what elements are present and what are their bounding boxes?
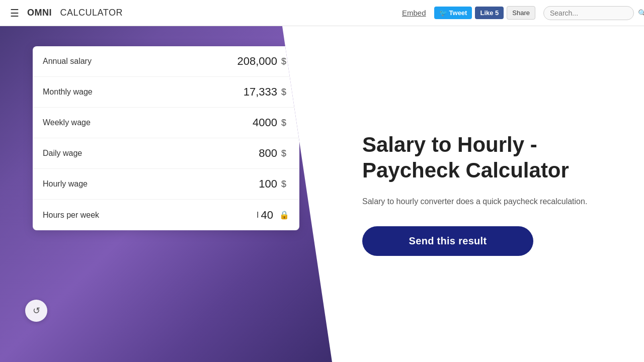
table-row: Daily wage 800 $ xyxy=(33,138,299,169)
monthly-wage-label: Monthly wage xyxy=(43,87,244,97)
navbar: ☰ OMNI CALCULATOR Embed 🐦 Tweet Like 5 S… xyxy=(0,0,644,26)
table-row: Hourly wage 100 $ xyxy=(33,169,299,200)
logo: OMNI CALCULATOR xyxy=(27,8,123,18)
search-bar: 🔍 xyxy=(543,6,634,20)
twitter-icon: 🐦 xyxy=(439,9,447,17)
lock-icon[interactable]: 🔒 xyxy=(279,210,289,220)
weekly-wage-label: Weekly wage xyxy=(43,118,253,127)
embed-link[interactable]: Embed xyxy=(402,9,426,17)
nav-left: ☰ OMNI CALCULATOR xyxy=(10,7,392,19)
right-panel: Salary to Hourly -Paycheck Calculator Sa… xyxy=(332,26,644,362)
daily-wage-label: Daily wage xyxy=(43,149,259,158)
like-button[interactable]: Like 5 xyxy=(475,7,504,19)
daily-wage-currency: $ xyxy=(281,148,289,159)
table-row: Annual salary 208,000 $ xyxy=(33,46,299,77)
text-cursor: I xyxy=(257,211,259,220)
social-buttons: 🐦 Tweet Like 5 Share xyxy=(434,6,535,20)
weekly-wage-value[interactable]: 4000 xyxy=(253,116,277,129)
daily-wage-value[interactable]: 800 xyxy=(259,147,277,160)
monthly-wage-value[interactable]: 17,333 xyxy=(244,85,277,99)
table-row: Weekly wage 4000 $ xyxy=(33,108,299,138)
logo-calculator: CALCULATOR xyxy=(60,8,123,18)
share-button[interactable]: Share xyxy=(507,6,535,20)
logo-omni: OMNI xyxy=(27,8,52,18)
monthly-wage-currency: $ xyxy=(281,87,289,98)
search-icon: 🔍 xyxy=(638,9,644,17)
annual-salary-currency: $ xyxy=(281,56,289,67)
reset-button[interactable]: ↺ xyxy=(25,300,47,322)
nav-right: Embed 🐦 Tweet Like 5 Share 🔍 xyxy=(402,6,634,20)
search-input[interactable] xyxy=(550,9,638,17)
page-title: Salary to Hourly -Paycheck Calculator xyxy=(362,132,614,183)
main-content: Annual salary 208,000 $ Monthly wage 17,… xyxy=(0,26,644,362)
left-panel: Annual salary 208,000 $ Monthly wage 17,… xyxy=(0,26,332,362)
hamburger-icon[interactable]: ☰ xyxy=(10,7,19,19)
hourly-wage-currency: $ xyxy=(281,179,289,190)
hours-per-week-label: Hours per week xyxy=(43,211,257,220)
table-row: Monthly wage 17,333 $ xyxy=(33,77,299,108)
send-result-button[interactable]: Send this result xyxy=(362,226,533,256)
tweet-button[interactable]: 🐦 Tweet xyxy=(434,7,472,19)
calculator-card: Annual salary 208,000 $ Monthly wage 17,… xyxy=(33,46,299,230)
hours-per-week-value[interactable]: 40 xyxy=(261,209,273,222)
table-row: Hours per week I 40 🔒 xyxy=(33,200,299,230)
hourly-wage-value[interactable]: 100 xyxy=(259,177,277,191)
hourly-wage-label: Hourly wage xyxy=(43,179,259,189)
annual-salary-value[interactable]: 208,000 xyxy=(237,55,277,68)
weekly-wage-currency: $ xyxy=(281,118,289,128)
page-description: Salary to hourly converter does a quick … xyxy=(362,195,614,208)
annual-salary-label: Annual salary xyxy=(43,57,237,66)
